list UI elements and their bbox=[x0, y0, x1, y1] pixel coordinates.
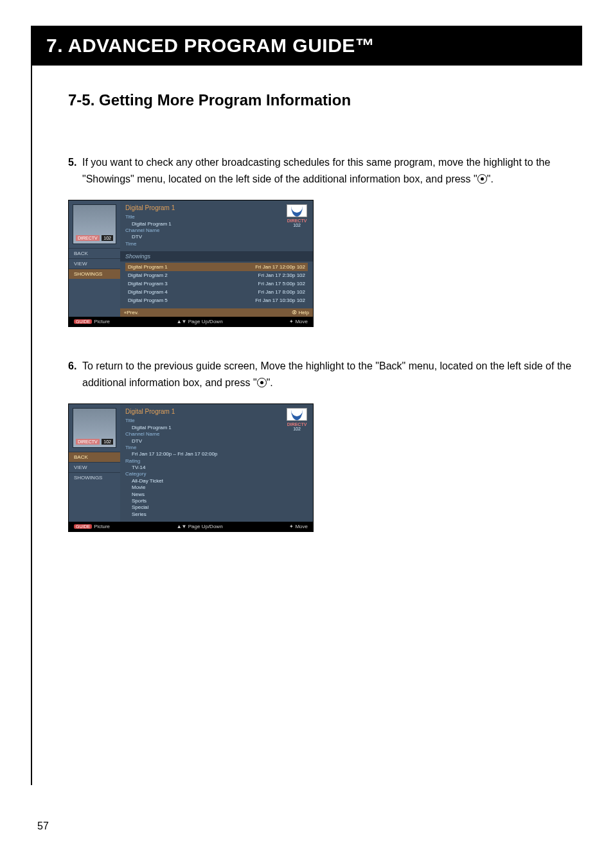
step-text: To return to the previous guide screen, … bbox=[82, 358, 582, 391]
program-info: Title Digital Program 1 Channel Name DTV… bbox=[125, 418, 308, 518]
screenshot-showings: DIRECTV 102 BACK VIEW SHOWINGS Digital P… bbox=[68, 200, 314, 327]
step-text: If you want to check any other broadcast… bbox=[82, 154, 582, 187]
help-bar: «Prev.⦿ Help bbox=[120, 308, 313, 317]
chapter-title: 7. ADVANCED PROGRAM GUIDE™ bbox=[31, 26, 582, 66]
side-menu: BACK VIEW SHOWINGS bbox=[69, 248, 120, 279]
menu-back[interactable]: BACK bbox=[69, 248, 120, 258]
showings-header: Showings bbox=[120, 251, 313, 261]
preview-thumbnail: DIRECTV 102 bbox=[73, 204, 116, 244]
channel-number: 102 bbox=[102, 235, 113, 241]
list-item[interactable]: Digital Program 4Fri Jan 17 8:00p 102 bbox=[125, 288, 308, 296]
list-item[interactable]: Digital Program 3Fri Jan 17 5:00p 102 bbox=[125, 279, 308, 288]
menu-showings[interactable]: SHOWINGS bbox=[69, 472, 120, 483]
select-icon bbox=[257, 378, 267, 387]
menu-view[interactable]: VIEW bbox=[69, 258, 120, 269]
list-item[interactable]: Digital Program 1Fri Jan 17 12:00p 102 bbox=[125, 263, 308, 271]
page-number: 57 bbox=[37, 820, 49, 832]
channel-number: 102 bbox=[102, 439, 113, 445]
menu-view[interactable]: VIEW bbox=[69, 462, 120, 472]
program-info: Title Digital Program 1 Channel Name DTV… bbox=[125, 214, 308, 247]
channel-logo-box: DIRECTV 102 bbox=[286, 204, 308, 227]
guide-icon: GUIDE bbox=[74, 319, 92, 324]
menu-showings[interactable]: SHOWINGS bbox=[69, 269, 120, 279]
channel-tag: DIRECTV bbox=[76, 235, 100, 241]
program-title: Digital Program 1 bbox=[125, 408, 308, 415]
menu-back[interactable]: BACK bbox=[69, 452, 120, 462]
screenshot-back: DIRECTV 102 BACK VIEW SHOWINGS Digital P… bbox=[68, 403, 314, 532]
guide-icon: GUIDE bbox=[74, 524, 92, 529]
side-menu: BACK VIEW SHOWINGS bbox=[69, 452, 120, 483]
showings-list: Digital Program 1Fri Jan 17 12:00p 102 D… bbox=[125, 263, 308, 305]
step-number: 5. bbox=[68, 154, 82, 187]
step-number: 6. bbox=[68, 358, 82, 391]
list-item[interactable]: Digital Program 2Fri Jan 17 2:30p 102 bbox=[125, 271, 308, 279]
program-title: Digital Program 1 bbox=[125, 204, 308, 211]
list-item[interactable]: Digital Program 5Fri Jan 17 10:30p 102 bbox=[125, 296, 308, 305]
footer-bar: GUIDEPicture ▲▼ Page Up/Down ✦ Move bbox=[69, 522, 313, 531]
step-6: 6. To return to the previous guide scree… bbox=[68, 358, 582, 391]
step-5: 5. If you want to check any other broadc… bbox=[68, 154, 582, 187]
channel-logo-box: DIRECTV 102 bbox=[286, 408, 308, 431]
directv-logo-icon bbox=[287, 408, 307, 421]
section-heading: 7-5. Getting More Program Information bbox=[68, 91, 582, 109]
directv-logo-icon bbox=[287, 204, 307, 217]
footer-bar: GUIDEPicture ▲▼ Page Up/Down ✦ Move bbox=[69, 317, 313, 326]
preview-thumbnail: DIRECTV 102 bbox=[73, 408, 116, 448]
channel-tag: DIRECTV bbox=[76, 439, 100, 445]
select-icon bbox=[477, 174, 487, 184]
